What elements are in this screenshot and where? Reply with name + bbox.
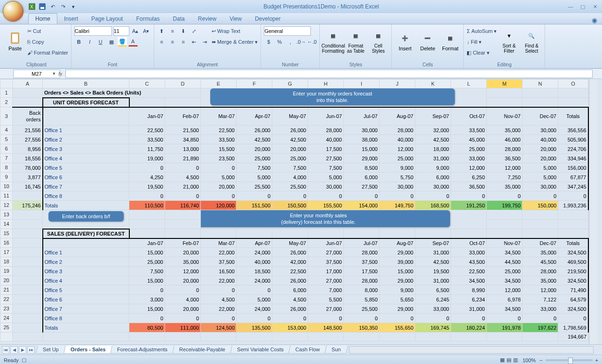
data-cell[interactable]: 29,000 <box>380 276 415 285</box>
qat-undo-icon[interactable]: ↶ <box>49 3 56 10</box>
font-size-select[interactable] <box>113 26 129 36</box>
data-cell[interactable]: 33,500 <box>129 135 165 144</box>
delete-cell-button[interactable]: ➖Delete <box>417 26 438 57</box>
data-cell[interactable]: 6,234 <box>451 295 487 304</box>
data-cell[interactable]: 34,500 <box>451 276 487 285</box>
data-cell[interactable]: 30,000 <box>308 182 344 191</box>
data-cell[interactable]: 35,000 <box>165 257 201 267</box>
data-cell[interactable]: 12,000 <box>487 285 523 295</box>
data-cell[interactable]: 33,000 <box>451 154 487 163</box>
data-cell[interactable]: 12,000 <box>487 163 523 173</box>
data-cell[interactable]: 27,000 <box>308 248 344 257</box>
data-cell[interactable]: 7,500 <box>129 267 165 276</box>
row-header[interactable]: 2 <box>0 98 13 107</box>
align-middle-icon[interactable]: ≡ <box>168 26 177 36</box>
data-cell[interactable]: 0 <box>308 314 344 323</box>
data-cell[interactable]: 19,000 <box>129 154 165 163</box>
data-cell[interactable]: 20,000 <box>523 144 558 154</box>
data-cell[interactable]: 42,500 <box>415 135 451 144</box>
data-cell[interactable]: 0 <box>201 285 237 295</box>
select-all-corner[interactable] <box>0 79 13 88</box>
col-header[interactable]: L <box>451 79 487 88</box>
row-header[interactable]: 21 <box>0 285 13 295</box>
office-label[interactable]: Office 1 <box>43 248 129 257</box>
row-total[interactable]: 156,000 <box>558 163 588 173</box>
data-cell[interactable]: 0 <box>129 191 165 201</box>
data-cell[interactable]: 31,000 <box>415 154 451 163</box>
data-cell[interactable]: 34,850 <box>165 135 201 144</box>
data-cell[interactable]: 13,000 <box>165 144 201 154</box>
data-cell[interactable]: 20,000 <box>165 276 201 285</box>
merge-center-button[interactable]: ⬌Merge & Center ▾ <box>212 37 258 47</box>
row-total[interactable]: 469,500 <box>558 257 588 267</box>
data-cell[interactable]: 29,000 <box>380 248 415 257</box>
data-cell[interactable]: 6,000 <box>344 173 380 182</box>
office-label[interactable]: Office 4 <box>43 154 129 163</box>
row-header[interactable]: 1 <box>0 88 13 98</box>
data-cell[interactable]: 22,500 <box>451 267 487 276</box>
data-cell[interactable]: 0 <box>272 314 308 323</box>
data-cell[interactable]: 28,000 <box>487 144 523 154</box>
fill-button[interactable]: ↓Fill ▾ <box>467 37 497 47</box>
cell-styles-button[interactable]: ▦Cell Styles <box>368 26 388 57</box>
data-cell[interactable]: 45,500 <box>523 257 558 267</box>
number-format-select[interactable] <box>264 26 311 36</box>
data-cell[interactable]: 8,500 <box>344 163 380 173</box>
percent-icon[interactable]: % <box>275 37 284 47</box>
row-header[interactable]: 22 <box>0 295 13 304</box>
data-cell[interactable]: 0 <box>129 285 165 295</box>
office-label[interactable]: Office 3 <box>43 144 129 154</box>
data-cell[interactable]: 40,000 <box>308 135 344 144</box>
namebox-dropdown-icon[interactable]: ▾ <box>53 71 55 77</box>
office-label[interactable]: Office 1 <box>43 126 129 135</box>
data-cell[interactable]: 28,000 <box>344 276 380 285</box>
data-cell[interactable]: 42,500 <box>237 135 272 144</box>
macro-record-icon[interactable]: ▢ <box>22 357 26 363</box>
data-cell[interactable]: 0 <box>129 163 165 173</box>
data-cell[interactable]: 4,500 <box>272 295 308 304</box>
col-header[interactable]: O <box>558 79 588 88</box>
autosum-button[interactable]: ΣAutoSum ▾ <box>467 26 497 36</box>
tab-review[interactable]: Review <box>191 14 223 24</box>
data-cell[interactable]: 31,000 <box>415 248 451 257</box>
data-cell[interactable]: 19,500 <box>415 267 451 276</box>
data-cell[interactable]: 19,500 <box>129 182 165 191</box>
align-top-icon[interactable]: ⬆ <box>157 26 166 36</box>
row-header[interactable]: 10 <box>0 182 13 191</box>
shrink-font-icon[interactable]: A▾ <box>142 26 151 36</box>
row-header[interactable]: 14 <box>0 220 13 229</box>
data-cell[interactable]: 33,500 <box>451 126 487 135</box>
data-cell[interactable]: 40,000 <box>237 257 272 267</box>
data-cell[interactable]: 6,000 <box>272 285 308 295</box>
align-bottom-icon[interactable]: ⬇ <box>179 26 188 36</box>
data-cell[interactable]: 35,000 <box>523 248 558 257</box>
data-cell[interactable]: 37,500 <box>308 257 344 267</box>
data-cell[interactable]: 39,000 <box>380 257 415 267</box>
data-cell[interactable]: 17,500 <box>344 267 380 276</box>
data-cell[interactable]: 9,000 <box>415 163 451 173</box>
data-cell[interactable]: 0 <box>237 191 272 201</box>
data-cell[interactable]: 5,750 <box>380 173 415 182</box>
col-header[interactable]: A <box>13 79 43 88</box>
row-header[interactable]: 17 <box>0 248 13 257</box>
col-header[interactable]: C <box>129 79 165 88</box>
row-header[interactable]: 4 <box>0 126 13 135</box>
office-label[interactable]: Office 3 <box>43 267 129 276</box>
data-cell[interactable]: 34,500 <box>487 276 523 285</box>
col-header[interactable]: E <box>201 79 237 88</box>
bold-button[interactable]: B <box>74 37 84 47</box>
row-header[interactable]: 13 <box>0 210 13 220</box>
data-cell[interactable]: 0 <box>237 285 272 295</box>
data-cell[interactable]: 6,500 <box>415 285 451 295</box>
data-cell[interactable]: 20,000 <box>272 144 308 154</box>
dec-decimal-icon[interactable]: ←.0 <box>307 37 317 47</box>
data-cell[interactable]: 42,500 <box>415 257 451 267</box>
data-cell[interactable]: 8,000 <box>344 285 380 295</box>
data-cell[interactable]: 21,000 <box>165 182 201 191</box>
data-cell[interactable]: 0 <box>344 191 380 201</box>
data-cell[interactable]: 20,000 <box>237 144 272 154</box>
data-cell[interactable]: 17,500 <box>308 144 344 154</box>
zoom-out-icon[interactable]: − <box>539 357 542 363</box>
data-cell[interactable]: 6,978 <box>487 295 523 304</box>
row-header[interactable]: 24 <box>0 314 13 323</box>
